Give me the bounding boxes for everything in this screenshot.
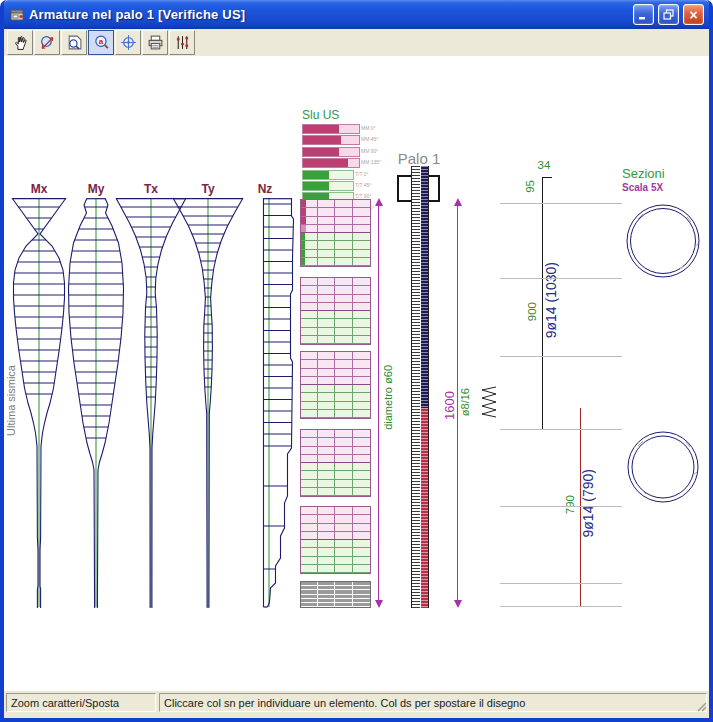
table-row xyxy=(301,455,370,463)
close-button[interactable]: × xyxy=(683,4,704,25)
soil-spring-icon xyxy=(479,386,498,419)
legend-bar xyxy=(303,171,329,179)
table-row xyxy=(301,241,370,249)
section-circle-lower[interactable] xyxy=(626,428,702,506)
table-row xyxy=(301,303,370,311)
legend-label: MM 0° xyxy=(361,126,376,131)
dim-lower-span: 790 xyxy=(565,495,577,514)
legend-row: MM 90° xyxy=(302,147,360,157)
reference-line xyxy=(500,606,622,607)
table-row xyxy=(301,402,370,410)
zoom-characters-icon[interactable]: a xyxy=(88,30,114,55)
table-row xyxy=(301,250,370,258)
table-row xyxy=(301,540,370,548)
zoom-dynamic-icon[interactable] xyxy=(34,30,60,55)
dim-line-left xyxy=(378,202,379,604)
title-bar[interactable]: Armature nel palo 1 [Verifiche US] × xyxy=(4,0,709,29)
result-table-disabled[interactable] xyxy=(300,581,371,608)
table-row xyxy=(301,603,370,607)
reference-line xyxy=(500,583,622,584)
result-table[interactable] xyxy=(300,351,371,419)
table-row xyxy=(301,328,370,336)
toolbar: a xyxy=(4,29,709,56)
legend-row: T/T 45° xyxy=(302,181,354,191)
table-row xyxy=(301,336,370,344)
pile-shaft[interactable] xyxy=(411,166,429,608)
row-accent xyxy=(301,208,306,215)
center-view-icon[interactable] xyxy=(115,30,141,55)
print-icon[interactable] xyxy=(142,30,168,55)
diagram-label-ty: Ty xyxy=(193,182,223,196)
legend-label: T/T 0° xyxy=(355,172,369,177)
svg-text:a: a xyxy=(98,37,103,46)
legend-row: T/T 0° xyxy=(302,170,354,180)
legend-row: MM 135° xyxy=(302,158,360,168)
legend-bar xyxy=(303,148,339,156)
table-row xyxy=(301,360,370,368)
table-row xyxy=(301,524,370,532)
row-accent xyxy=(301,200,306,207)
top-tick xyxy=(542,177,552,178)
legend-row: MM 0° xyxy=(302,124,360,134)
table-row xyxy=(301,258,370,266)
arrow-up-icon xyxy=(375,198,383,206)
table-row xyxy=(301,385,370,393)
table-row xyxy=(301,311,370,319)
reference-line xyxy=(500,429,622,430)
table-row xyxy=(301,286,370,294)
diagram-label-nz: Nz xyxy=(250,182,280,196)
legend-bar xyxy=(303,159,348,167)
table-row xyxy=(301,410,370,418)
pan-hand-icon[interactable] xyxy=(7,30,33,55)
dim-upper-span: 900 xyxy=(527,302,539,321)
dim-cap: 95 xyxy=(525,180,537,193)
force-diagram-ty[interactable] xyxy=(172,198,244,610)
reference-line xyxy=(500,278,622,279)
legend-label: T/T 45° xyxy=(355,183,371,188)
lower-rebar-label: 9ø14 (790) xyxy=(581,469,595,537)
row-accent xyxy=(301,217,306,224)
table-row xyxy=(301,233,370,241)
force-diagram-nz[interactable] xyxy=(262,198,302,610)
window-title: Armature nel palo 1 [Verifiche US] xyxy=(29,7,629,22)
table-row xyxy=(301,447,370,455)
legend-bar xyxy=(303,125,339,133)
result-table[interactable] xyxy=(300,506,371,574)
legend-row: MM 45° xyxy=(302,135,360,145)
app-icon xyxy=(9,7,25,23)
dim-line-right xyxy=(457,202,458,604)
table-row xyxy=(301,488,370,496)
arrow-down-icon xyxy=(454,600,462,608)
row-accent xyxy=(301,233,305,240)
pile-diameter-label: diametro ø60 xyxy=(383,365,394,430)
drawing-canvas[interactable]: Ultima sismica Mx My Tx Ty Nz Slu US MM … xyxy=(4,56,709,691)
resize-grip-icon[interactable] xyxy=(695,700,708,713)
dim-top: 34 xyxy=(533,159,555,171)
legend-bar xyxy=(303,182,329,190)
app-window: Armature nel palo 1 [Verifiche US] × xyxy=(0,0,713,722)
table-row xyxy=(301,393,370,401)
section-circle-upper[interactable] xyxy=(624,202,702,280)
zoom-window-icon[interactable] xyxy=(61,30,87,55)
row-accent xyxy=(301,258,305,265)
stirrup-ladder xyxy=(412,166,420,608)
reference-line xyxy=(500,356,622,357)
table-row xyxy=(301,471,370,479)
force-diagram-mx[interactable] xyxy=(9,198,69,610)
table-row xyxy=(301,438,370,446)
row-accent xyxy=(301,250,305,257)
pile-length-right: 1600 xyxy=(443,391,456,420)
result-table[interactable] xyxy=(300,429,371,497)
table-row xyxy=(301,369,370,377)
legend-label: MM 90° xyxy=(361,149,378,154)
table-row xyxy=(301,208,370,216)
upper-rebar-label: 9ø14 (1030) xyxy=(544,262,558,338)
diagram-options-icon[interactable] xyxy=(169,30,195,55)
minimize-button[interactable] xyxy=(633,4,654,25)
result-table[interactable] xyxy=(300,277,371,345)
result-table[interactable] xyxy=(300,199,371,267)
stirrup-spacing-label: ø8/16 xyxy=(460,388,471,416)
sections-scale: Scala 5X xyxy=(622,182,663,193)
maximize-button[interactable] xyxy=(658,4,679,25)
sections-title: Sezioni xyxy=(622,166,665,181)
